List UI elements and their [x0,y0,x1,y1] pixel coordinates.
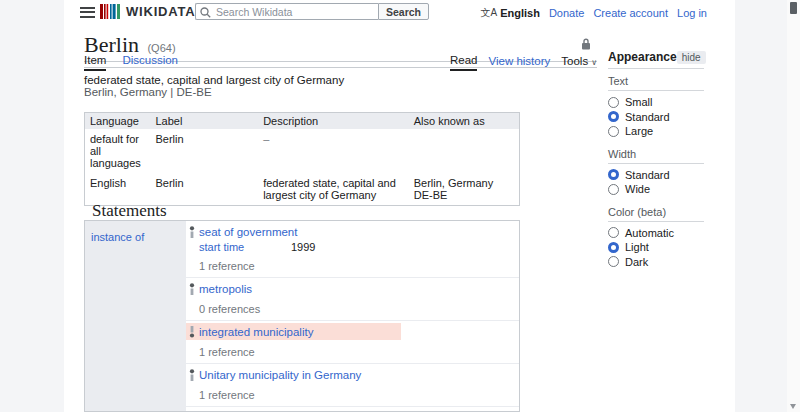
col-header-label: Label [150,113,258,130]
rank-selector-icon[interactable] [189,369,195,381]
cell-also-known-as [409,129,520,173]
wikidata-logo[interactable]: WIKIDATA [100,4,195,19]
log-in-link[interactable]: Log in [677,7,707,19]
col-header-also-known-as: Also known as [409,113,520,130]
appearance-section-color: Color (beta) [608,200,704,222]
width-options: Standard Wide [608,164,704,200]
claim-value-row: metropolis [186,280,519,297]
property-link-instance-of[interactable]: instance of [91,231,144,243]
appearance-title: Appearance [608,50,677,64]
claim-value-link[interactable]: seat of government [199,226,297,238]
cell-language: default for all languages [85,129,151,173]
radio-icon[interactable] [608,111,619,122]
cell-description: – [258,129,409,173]
scrollbar-thumb[interactable] [790,2,797,14]
wikidata-logo-text: WIKIDATA [126,4,195,19]
radio-icon[interactable] [608,256,619,267]
tab-read[interactable]: Read [450,54,478,68]
statement-claim: metropolis 0 references [186,278,519,321]
radio-option-light[interactable]: Light [608,241,704,253]
claim-value-link[interactable]: Unitary municipality in Germany [199,369,361,381]
radio-option-large[interactable]: Large [608,125,704,137]
radio-label: Wide [625,183,650,195]
statement-claim: integrated municipality 1 reference [186,321,519,364]
entity-description: federated state, capital and largest cit… [84,74,344,86]
entity-id: (Q64) [147,42,175,54]
alias-line: Berlin, Germany [414,177,514,189]
scrollbar-down-arrow-icon[interactable] [790,404,796,409]
claim-value-row: seat of government [186,223,519,240]
radio-option-wide[interactable]: Wide [608,183,704,195]
main-menu-icon[interactable] [80,7,95,18]
radio-option-small[interactable]: Small [608,96,704,108]
radio-icon[interactable] [608,169,619,180]
entity-aliases: Berlin, Germany | DE-BE [84,86,212,98]
statement-claim: Unitary municipality in Germany 1 refere… [186,364,519,407]
tab-discussion[interactable]: Discussion [122,54,178,68]
header-user-links: 文A English Donate Create account Log in [481,6,707,20]
rank-selector-icon[interactable] [189,326,195,338]
claims-column: seat of government start time 1999 1 ref… [186,221,519,411]
claim-value-row: Unitary municipality in Germany [186,366,519,383]
radio-label: Standard [625,111,670,123]
terms-table-header-row: Language Label Description Also known as [85,113,520,130]
table-row: default for all languages Berlin – [85,129,520,173]
create-account-link[interactable]: Create account [593,7,668,19]
references-toggle[interactable]: 1 reference [199,346,519,359]
cell-label: Berlin [150,173,258,206]
language-label: English [500,7,540,19]
radio-icon[interactable] [608,126,619,137]
references-toggle[interactable]: 1 reference [199,389,519,402]
search-button[interactable]: Search [378,3,429,20]
statement-group: instance of seat of government start tim… [84,220,520,412]
qualifier-row: start time 1999 [186,241,519,254]
appearance-section-width: Width [608,142,704,164]
radio-label: Large [625,125,653,137]
radio-icon[interactable] [608,184,619,195]
col-header-language: Language [85,113,151,130]
protection-lock-icon [581,38,591,50]
hide-appearance-button[interactable]: hide [677,51,706,64]
rank-selector-icon[interactable] [189,283,195,295]
site-header: WIKIDATA Search 文A English Donate Create… [64,0,735,26]
radio-option-standard-width[interactable]: Standard [608,169,704,181]
search-bar: Search [195,3,429,20]
radio-option-automatic[interactable]: Automatic [608,227,704,239]
search-input[interactable] [195,3,378,20]
search-icon [200,7,211,18]
page-tabs: Item Discussion Read View history Tools∨ [84,54,597,68]
radio-icon[interactable] [608,227,619,238]
vertical-scrollbar[interactable] [787,0,800,412]
qualifier-value: 1999 [291,241,315,253]
cell-also-known-as: Berlin, Germany DE-BE [409,173,520,206]
tab-item[interactable]: Item [84,54,106,68]
tools-menu-button[interactable]: Tools∨ [561,55,597,67]
claim-value-row: integrated municipality [186,323,401,340]
rank-selector-icon[interactable] [189,226,195,238]
claim-value-link[interactable]: integrated municipality [199,326,313,338]
appearance-panel: Appearance hide Text Small Standard Larg… [608,50,704,272]
radio-icon[interactable] [608,242,619,253]
language-selector[interactable]: 文A English [481,6,540,20]
statement-claim: urban municipality in Germany 0 referenc… [186,407,519,412]
col-header-description: Description [258,113,409,130]
donate-link[interactable]: Donate [549,7,584,19]
qualifier-property-link[interactable]: start time [199,241,244,253]
language-icon: 文A [481,6,498,20]
radio-icon[interactable] [608,97,619,108]
page-content-card: WIKIDATA Search 文A English Donate Create… [64,0,735,412]
appearance-header: Appearance hide [608,50,704,69]
claim-value-link[interactable]: metropolis [199,283,252,295]
tab-view-history[interactable]: View history [488,55,550,67]
radio-label: Dark [625,256,648,268]
radio-option-dark[interactable]: Dark [608,256,704,268]
references-toggle[interactable]: 0 references [199,303,519,316]
radio-label: Small [625,96,653,108]
terms-table: Language Label Description Also known as… [84,112,520,206]
cell-label: Berlin [150,129,258,173]
property-column: instance of [85,221,186,411]
chevron-down-icon: ∨ [591,58,597,67]
radio-option-standard-text[interactable]: Standard [608,111,704,123]
references-toggle[interactable]: 1 reference [199,260,519,273]
radio-label: Standard [625,169,670,181]
